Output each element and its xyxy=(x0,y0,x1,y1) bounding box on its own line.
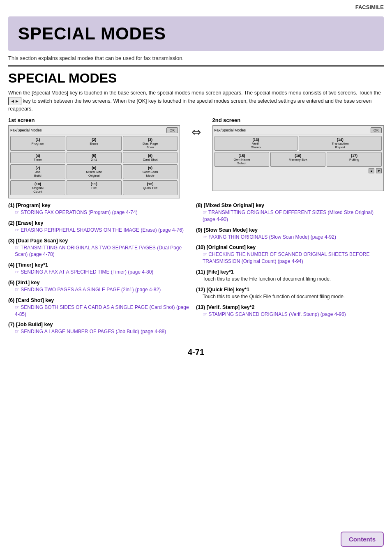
key-item-4: (4) [Timer] key*1 ☞ SENDING A FAX AT A S… xyxy=(8,262,192,276)
screen1-cell-10[interactable]: (10)OriginalCount xyxy=(10,180,65,195)
footer: 4-71 xyxy=(0,348,392,357)
key-13-link[interactable]: ☞ STAMPING SCANNED ORIGINALS (Verif. Sta… xyxy=(203,311,380,318)
screen2-cell-17[interactable]: (17)Polling xyxy=(327,152,382,167)
key-item-5: (5) [2in1] key ☞ SENDING TWO PAGES AS A … xyxy=(8,280,192,293)
key-4-link[interactable]: ☞ SENDING A FAX AT A SPECIFIED TIME (Tim… xyxy=(15,269,192,276)
key-3-link[interactable]: ☞ TRANSMITTING AN ORIGINAL AS TWO SEPARA… xyxy=(15,244,192,258)
screen2-ok[interactable]: OK xyxy=(371,127,382,133)
key-7-link[interactable]: ☞ SENDING A LARGE NUMBER OF PAGES (Job B… xyxy=(15,328,192,335)
screen1-cell-5[interactable]: (5)2in1 xyxy=(67,152,122,163)
keys-area: (1) [Program] key ☞ STORING FAX OPERATIO… xyxy=(8,203,384,339)
screen2-up-btn[interactable]: ▲ xyxy=(369,168,374,173)
screens-area: 1st screen Fax/Special Modes OK (1)Progr… xyxy=(8,117,384,198)
key-2-link[interactable]: ☞ ERASING PERIPHERAL SHADOWS ON THE IMAG… xyxy=(15,227,192,234)
key-10-heading: (10) [Original Count] key xyxy=(196,244,380,250)
key-item-2: (2) [Erase] key ☞ ERASING PERIPHERAL SHA… xyxy=(8,220,192,234)
screen2-label: 2nd screen xyxy=(212,117,384,123)
screen1-cell-4[interactable]: (4)Timer xyxy=(10,152,65,163)
page-number: 4-71 xyxy=(188,348,204,357)
key-item-13: (13) [Verif. Stamp] key*2 ☞ STAMPING SCA… xyxy=(196,304,380,318)
key-item-7: (7) [Job Build] key ☞ SENDING A LARGE NU… xyxy=(8,322,192,335)
header-label: FACSIMILE xyxy=(355,4,384,10)
key-5-heading: (5) [2in1] key xyxy=(8,280,192,286)
key-2-heading: (2) [Erase] key xyxy=(8,220,192,226)
screen1-cell-1[interactable]: (1)Program xyxy=(10,136,65,151)
key-7-heading: (7) [Job Build] key xyxy=(8,322,192,327)
key-9-link[interactable]: ☞ FAXING THIN ORIGINALS (Slow Scan Mode)… xyxy=(203,234,380,241)
screen-arrow: ⇔ xyxy=(188,125,204,139)
screen1-row1: (1)Program (2)Erase (3)Dual PageScan xyxy=(10,136,178,151)
title-banner: SPECIAL MODES xyxy=(8,16,384,51)
key-item-10: (10) [Original Count] key ☞ CHECKING THE… xyxy=(196,244,380,265)
key-8-link[interactable]: ☞ TRANSMITTING ORIGINALS OF DIFFERENT SI… xyxy=(203,209,380,223)
screen2-cell-15[interactable]: (15)Own NameSelect xyxy=(214,152,270,167)
key-11-heading: (11) [File] key*1 xyxy=(196,269,380,275)
key-12-desc: Touch this to use the Quick File functio… xyxy=(203,294,345,299)
key-10-link[interactable]: ☞ CHECKING THE NUMBER OF SCANNED ORIGINA… xyxy=(203,251,380,265)
key-item-11: (11) [File] key*1 Touch this to use the … xyxy=(196,269,380,283)
screen1-ok[interactable]: OK xyxy=(166,127,178,133)
keys-left-col: (1) [Program] key ☞ STORING FAX OPERATIO… xyxy=(8,203,196,339)
key-8-heading: (8) [Mixed Size Original] key xyxy=(196,203,380,208)
section-heading: SPECIAL MODES xyxy=(8,71,384,86)
key-5-link[interactable]: ☞ SENDING TWO PAGES AS A SINGLE PAGE (2i… xyxy=(15,286,192,293)
key-9-heading: (9) [Slow Scan Mode] key xyxy=(196,227,380,233)
screen2-block: 2nd screen Fax/Special Modes OK (13)Veri… xyxy=(212,117,384,191)
screen2-row2: (15)Own NameSelect (16)Memory Box (17)Po… xyxy=(214,152,382,167)
screen1-cell-2[interactable]: (2)Erase xyxy=(67,136,122,151)
screen2-cell-14[interactable]: (14)TransactionReport xyxy=(299,136,382,151)
key-4-heading: (4) [Timer] key*1 xyxy=(8,262,192,268)
key-icon-arrows: ◄► xyxy=(8,97,21,106)
screen2-cell-13[interactable]: (13)Verif.Stamp xyxy=(214,136,297,151)
key-item-6: (6) [Card Shot] key ☞ SENDING BOTH SIDES… xyxy=(8,297,192,318)
screen1-cell-11[interactable]: (11)File xyxy=(67,180,122,195)
body-text: When the [Special Modes] key is touched … xyxy=(8,89,384,113)
key-item-1: (1) [Program] key ☞ STORING FAX OPERATIO… xyxy=(8,203,192,216)
screen1-row4: (10)OriginalCount (11)File (12)Quick Fil… xyxy=(10,180,178,195)
key-item-9: (9) [Slow Scan Mode] key ☞ FAXING THIN O… xyxy=(196,227,380,241)
screen1-cell-3[interactable]: (3)Dual PageScan xyxy=(123,136,178,151)
screen2-diagram: Fax/Special Modes OK (13)Verif.Stamp (14… xyxy=(212,125,384,191)
key-6-link[interactable]: ☞ SENDING BOTH SIDES OF A CARD AS A SING… xyxy=(15,304,192,318)
screen2-down-btn[interactable]: ▼ xyxy=(376,168,382,173)
screen1-cell-12[interactable]: (12)Quick File xyxy=(123,180,178,195)
screen1-cell-6[interactable]: (6)Card Shot xyxy=(123,152,178,163)
keys-right-col: (8) [Mixed Size Original] key ☞ TRANSMIT… xyxy=(196,203,384,339)
screen1-diagram: Fax/Special Modes OK (1)Program (2)Erase… xyxy=(8,125,180,198)
screen2-title: Fax/Special Modes xyxy=(214,128,246,132)
screen1-cell-8[interactable]: (8)Mixed SizeOriginal xyxy=(67,164,122,179)
screen2-row1: (13)Verif.Stamp (14)TransactionReport xyxy=(214,136,382,151)
key-1-link[interactable]: ☞ STORING FAX OPERATIONS (Program) (page… xyxy=(15,209,192,216)
screen1-title: Fax/Special Modes xyxy=(10,128,42,132)
key-12-heading: (12) [Quick File] key*1 xyxy=(196,287,380,292)
screen1-cell-7[interactable]: (7)JobBuild xyxy=(10,164,65,179)
screen1-label: 1st screen xyxy=(8,117,180,123)
screen1-cell-9[interactable]: (9)Slow ScanMode xyxy=(123,164,178,179)
key-11-desc: Touch this to use the File function of d… xyxy=(203,276,331,282)
intro-text: This section explains special modes that… xyxy=(8,55,384,61)
key-3-heading: (3) [Dual Page Scan] key xyxy=(8,238,192,244)
section-title-block: SPECIAL MODES xyxy=(8,71,384,86)
screen2-header: Fax/Special Modes OK xyxy=(214,127,382,134)
header: FACSIMILE xyxy=(0,0,392,12)
screen1-block: 1st screen Fax/Special Modes OK (1)Progr… xyxy=(8,117,180,198)
key-item-3: (3) [Dual Page Scan] key ☞ TRANSMITTING … xyxy=(8,238,192,258)
screen1-row3: (7)JobBuild (8)Mixed SizeOriginal (9)Slo… xyxy=(10,164,178,179)
screen1-header: Fax/Special Modes OK xyxy=(10,127,178,134)
screen1-row2: (4)Timer (5)2in1 (6)Card Shot xyxy=(10,152,178,163)
key-13-heading: (13) [Verif. Stamp] key*2 xyxy=(196,304,380,310)
key-item-12: (12) [Quick File] key*1 Touch this to us… xyxy=(196,287,380,300)
contents-button[interactable]: Contents xyxy=(341,532,384,547)
divider xyxy=(8,65,384,67)
key-1-heading: (1) [Program] key xyxy=(8,203,192,208)
key-6-heading: (6) [Card Shot] key xyxy=(8,297,192,303)
screen2-cell-16[interactable]: (16)Memory Box xyxy=(270,152,325,167)
main-title: SPECIAL MODES xyxy=(18,24,374,44)
key-item-8: (8) [Mixed Size Original] key ☞ TRANSMIT… xyxy=(196,203,380,223)
